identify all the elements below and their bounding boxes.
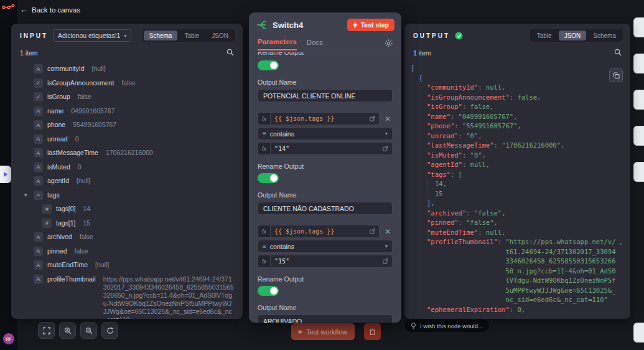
condition-right-input[interactable]: "15" xyxy=(270,255,393,268)
copy-output-button[interactable] xyxy=(609,69,623,82)
indent-guide xyxy=(411,209,419,219)
indent-guide xyxy=(411,141,419,151)
schema-field-row[interactable]: ✓isGroupfalse xyxy=(34,93,234,102)
expand-field-icon[interactable] xyxy=(370,229,375,234)
schema-field-row[interactable]: #tags[0]14 xyxy=(42,205,234,214)
zoom-in-button[interactable] xyxy=(59,322,76,339)
schema-field-row[interactable]: AlastMessageTime1706216216000 xyxy=(34,149,234,158)
json-token-punc: : xyxy=(510,93,518,103)
output-name-input[interactable]: CLIENTE NÃO CADASTRADO xyxy=(258,202,393,215)
tab-json[interactable]: JSON xyxy=(559,31,587,40)
reset-zoom-button[interactable] xyxy=(101,322,118,339)
blue-arrow-icon xyxy=(3,171,8,177)
condition-left-input[interactable]: {{ $json.tags }} xyxy=(270,225,380,238)
field-name: archived xyxy=(47,233,72,240)
tab-json[interactable]: JSON xyxy=(206,31,234,40)
fx-toggle[interactable]: fx xyxy=(258,225,270,238)
canvas-node-stub[interactable] xyxy=(633,126,644,146)
boolean-type-icon: ✓ xyxy=(34,92,43,102)
json-token-punc: : xyxy=(478,83,486,93)
field-value: 0 xyxy=(78,163,82,171)
schema-field-row[interactable]: Aphone554991605767 xyxy=(34,121,234,130)
output-search-button[interactable] xyxy=(614,49,622,57)
schema-field-row[interactable]: AprofileThumbnailhttps://pps.whatsapp.ne… xyxy=(34,275,234,319)
field-value: [null] xyxy=(92,65,106,73)
schema-field-row[interactable]: ▾≡tags xyxy=(34,191,234,200)
output-panel-header: OUTPUT Table JSON Schema xyxy=(404,24,630,45)
json-token-punc: : xyxy=(493,141,502,151)
test-workflow-label: Test workflow xyxy=(306,328,347,336)
json-token-punc: : xyxy=(462,102,470,112)
field-value: false xyxy=(80,233,93,241)
json-token-punc: , xyxy=(502,228,505,238)
schema-field-row[interactable]: AcommunityId[null] xyxy=(34,65,234,73)
expand-field-icon[interactable] xyxy=(383,146,388,151)
operator-value: contains xyxy=(270,243,294,250)
tab-schema[interactable]: Schema xyxy=(587,31,622,40)
expand-panel-button[interactable] xyxy=(0,166,11,183)
rename-output-toggle[interactable] xyxy=(258,286,279,296)
node-feedback-button[interactable]: I wish this node would... xyxy=(404,319,489,332)
schema-field-row[interactable]: Apinnedfalse xyxy=(34,247,234,256)
schema-field-row[interactable]: #tags[1]15 xyxy=(42,219,234,228)
fx-toggle[interactable]: fx xyxy=(258,255,270,268)
tab-parameters[interactable]: Parameters xyxy=(258,38,297,50)
string-type-icon: A xyxy=(34,275,43,284)
fx-toggle[interactable]: fx xyxy=(258,112,270,125)
input-source-value: Adicionou etiquetas!1 xyxy=(58,32,120,39)
tab-table[interactable]: Table xyxy=(179,31,205,40)
canvas-node-stub[interactable] xyxy=(633,54,644,73)
test-workflow-button[interactable]: ▶ Test workflow xyxy=(291,323,355,340)
json-token-str: "0" xyxy=(470,151,482,161)
schema-field-row[interactable]: AagentId[null] xyxy=(34,177,234,186)
chevron-down-icon[interactable]: ▾ xyxy=(24,192,27,198)
node-tabs: Parameters Docs xyxy=(249,36,401,52)
input-source-select[interactable]: Adicionou etiquetas!1 ▾ xyxy=(53,29,131,42)
indent-guide xyxy=(419,121,427,131)
schema-field-row[interactable]: Aname049991605767 xyxy=(34,107,234,116)
zoom-out-button[interactable] xyxy=(80,322,97,339)
condition-operator-select[interactable]: ≡ contains ▾ xyxy=(258,127,393,140)
indent-guide xyxy=(419,102,427,112)
canvas-node-stub[interactable] xyxy=(633,323,644,343)
indent-guide xyxy=(419,237,427,305)
json-token-punc: , xyxy=(521,305,525,315)
schema-field-row[interactable]: Aarchivedfalse xyxy=(34,233,234,242)
node-settings-button[interactable] xyxy=(385,39,393,50)
schema-field-row[interactable]: Aunread0 xyxy=(34,135,234,144)
canvas-node-stub[interactable] xyxy=(633,162,644,182)
remove-condition-button[interactable]: ✕ xyxy=(383,115,393,123)
condition-operator-select[interactable]: ≡ contains ▾ xyxy=(258,240,393,253)
field-value: 049991605767 xyxy=(71,107,114,115)
zoom-to-fit-button[interactable] xyxy=(38,322,55,339)
remove-condition-button[interactable]: ✕ xyxy=(383,227,393,236)
field-name: isGroupAnnouncement xyxy=(47,79,114,87)
tab-docs[interactable]: Docs xyxy=(307,39,323,50)
condition-left-input[interactable]: {{ $json.tags }} xyxy=(270,112,380,125)
expand-field-icon[interactable] xyxy=(383,258,388,264)
schema-field-row[interactable]: AmuteEndTime[null] xyxy=(34,261,234,270)
condition-right-input[interactable]: "14" xyxy=(270,142,393,155)
schema-field-row[interactable]: AisMuted0 xyxy=(34,163,234,172)
chevron-down-icon: ▾ xyxy=(124,33,126,39)
delete-node-button[interactable] xyxy=(364,323,381,340)
schema-field-row[interactable]: ✓isGroupAnnouncementfalse xyxy=(34,79,234,88)
rename-output-toggle[interactable] xyxy=(258,60,279,70)
expand-field-icon[interactable] xyxy=(370,116,375,121)
canvas-node-stub[interactable] xyxy=(633,17,644,37)
test-step-button[interactable]: Test step xyxy=(347,19,394,31)
fx-toggle[interactable]: fx xyxy=(258,142,270,155)
field-name: name xyxy=(47,107,63,115)
tab-table[interactable]: Table xyxy=(531,31,558,40)
user-avatar[interactable]: RF xyxy=(3,333,14,344)
n8n-logo-icon[interactable] xyxy=(2,2,16,14)
rename-output-toggle[interactable] xyxy=(258,173,279,183)
back-to-canvas-button[interactable]: ← Back to canvas xyxy=(20,5,80,14)
json-token-lit: null xyxy=(470,160,486,170)
test-step-label: Test step xyxy=(361,21,389,29)
output-name-input[interactable]: ARQUIVADO xyxy=(258,315,393,323)
output-name-input[interactable]: POTENCIAL CLIENTE ONLINE xyxy=(258,89,393,102)
canvas-node-stub[interactable] xyxy=(633,90,644,110)
tab-schema[interactable]: Schema xyxy=(144,31,178,40)
input-search-button[interactable] xyxy=(226,49,234,57)
